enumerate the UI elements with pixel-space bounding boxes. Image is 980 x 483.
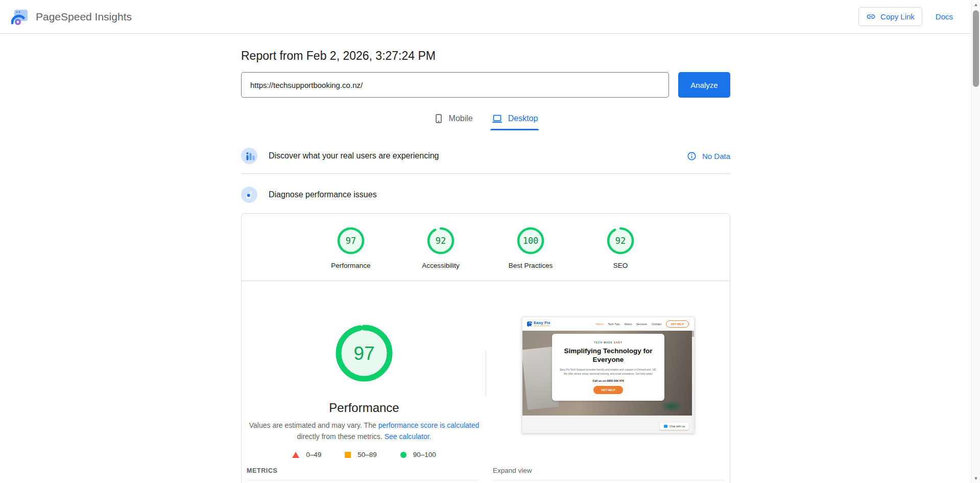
disclaimer-text: directly from these metrics. — [297, 432, 385, 441]
final-screenshot-panel: Easy Fix TECH SUPPORT Home Tech Tips Abo… — [487, 281, 730, 458]
tab-mobile-label: Mobile — [449, 114, 473, 123]
legend-average: 50–89 — [345, 451, 377, 458]
site-get-help-button: GET HELP — [593, 386, 623, 394]
tab-desktop[interactable]: Desktop — [491, 113, 538, 130]
real-users-icon — [241, 148, 257, 164]
site-nav-cta: GET HELP — [666, 320, 689, 328]
site-hero-card: TECH MADE EASY Simplifying Technology fo… — [552, 334, 664, 401]
final-screenshot-thumbnail[interactable]: Easy Fix TECH SUPPORT Home Tech Tips Abo… — [522, 317, 695, 433]
svg-text:100: 100 — [523, 236, 539, 246]
site-nav-item: Services — [636, 323, 647, 326]
score-label: Performance — [331, 262, 370, 269]
top-app-bar: PageSpeed Insights Copy Link Docs — [0, 0, 971, 34]
see-calculator-link[interactable]: See calculator. — [385, 432, 432, 441]
svg-text:92: 92 — [615, 236, 626, 246]
legend-range: 0–49 — [306, 451, 321, 458]
site-logo-text: Easy Fix — [534, 321, 550, 325]
site-chat-widget: Chat with us — [660, 423, 689, 430]
info-icon — [687, 151, 697, 161]
score-ring: 97 — [336, 226, 366, 256]
disclaimer-text: Values are estimated and may vary. The — [249, 421, 378, 429]
device-tabs: Mobile Desktop — [241, 113, 730, 130]
site-logo-icon — [527, 321, 532, 327]
site-logo: Easy Fix TECH SUPPORT — [527, 321, 550, 327]
legend-pass: 90–100 — [400, 451, 436, 458]
lab-data-section: Diagnose performance issues — [241, 187, 730, 203]
metrics-heading: METRICS — [247, 467, 277, 474]
performance-gauge-panel: 97 Performance Values are estimated and … — [242, 281, 487, 458]
scrollbar-up-arrow[interactable]: ▲ — [972, 1, 980, 9]
no-data-status[interactable]: No Data — [687, 151, 730, 161]
legend-range: 50–89 — [357, 451, 377, 458]
score-label: SEO — [613, 262, 628, 269]
field-data-section: Discover what your real users are experi… — [241, 148, 730, 164]
site-scrollbar — [692, 317, 694, 433]
site-heading: Simplifying Technology for Everyone — [559, 347, 657, 364]
score-calc-link[interactable]: performance score is calculated — [378, 421, 480, 429]
score-legend: 0–49 50–89 90–100 — [292, 451, 436, 458]
site-eyebrow: TECH MADE EASY — [559, 341, 657, 344]
no-data-label: No Data — [702, 152, 730, 160]
main-content: Report from Feb 2, 2026, 3:27:24 PM Anal… — [0, 49, 971, 483]
expand-view-button[interactable]: Expand view — [493, 467, 532, 474]
site-body-text: Easy Fix Tech Support provides friendly … — [559, 367, 657, 376]
link-icon — [866, 12, 876, 21]
scrollbar-down-arrow[interactable]: ▼ — [972, 474, 980, 482]
score-ring: 100 — [516, 226, 545, 256]
score-best-practices[interactable]: 100 Best Practices — [503, 226, 559, 269]
svg-text:97: 97 — [353, 343, 374, 364]
header-actions: Copy Link Docs — [858, 7, 953, 26]
site-nav: Home Tech Tips About Services Contact GE… — [596, 320, 689, 328]
url-input[interactable] — [241, 72, 669, 98]
site-logo-subtext: TECH SUPPORT — [534, 325, 550, 327]
average-square-icon — [345, 452, 351, 458]
score-seo[interactable]: 92 SEO — [592, 226, 649, 269]
field-data-title: Discover what your real users are experi… — [269, 151, 439, 160]
brand[interactable]: PageSpeed Insights — [11, 9, 132, 25]
url-form: Analyze — [241, 72, 730, 98]
site-nav-item: Home — [596, 323, 604, 326]
chat-bubble-icon — [664, 425, 667, 428]
tab-mobile[interactable]: Mobile — [434, 113, 473, 130]
lab-data-title: Diagnose performance issues — [269, 190, 377, 199]
site-phone-text: Call us on 0800 000 476 — [559, 379, 657, 382]
score-disclaimer: Values are estimated and may vary. The p… — [242, 420, 487, 442]
column-divider — [486, 351, 486, 396]
site-nav-item: About — [625, 323, 632, 326]
pagespeed-logo-icon — [11, 9, 30, 25]
analyze-button[interactable]: Analyze — [678, 72, 730, 98]
report-title: Report from Feb 2, 2026, 3:27:24 PM — [241, 49, 730, 63]
svg-text:92: 92 — [436, 236, 446, 246]
score-ring: 92 — [606, 226, 635, 256]
desktop-icon — [491, 113, 503, 124]
page-scrollbar[interactable]: ▲ ▼ — [971, 0, 980, 483]
docs-link[interactable]: Docs — [936, 12, 953, 21]
score-label: Accessibility — [422, 262, 460, 269]
site-nav-item: Tech Tips — [608, 323, 619, 326]
gauge-label: Performance — [329, 401, 399, 415]
pass-circle-icon — [400, 452, 407, 458]
lighthouse-report-card: 97 Performance 92 Accessibility — [241, 213, 730, 483]
score-ring: 92 — [426, 226, 456, 256]
category-scores: 97 Performance 92 Accessibility — [242, 226, 730, 269]
copy-link-label: Copy Link — [880, 12, 915, 21]
site-topbar: Easy Fix TECH SUPPORT Home Tech Tips Abo… — [522, 317, 694, 331]
app-title: PageSpeed Insights — [36, 11, 132, 23]
legend-range: 90–100 — [413, 451, 436, 458]
performance-gauge: 97 — [335, 324, 393, 382]
section-divider — [241, 173, 730, 174]
mobile-icon — [434, 113, 444, 124]
diagnose-icon — [241, 187, 257, 203]
score-performance[interactable]: 97 Performance — [323, 226, 379, 269]
copy-link-button[interactable]: Copy Link — [858, 7, 922, 26]
svg-text:97: 97 — [346, 236, 356, 246]
tab-desktop-label: Desktop — [508, 114, 538, 123]
fail-triangle-icon — [292, 452, 299, 458]
score-label: Best Practices — [509, 262, 553, 269]
scrollbar-thumb[interactable] — [973, 10, 979, 87]
site-nav-item: Contact — [652, 323, 661, 326]
legend-fail: 0–49 — [292, 451, 321, 458]
chat-label: Chat with us — [670, 425, 685, 428]
score-accessibility[interactable]: 92 Accessibility — [413, 226, 469, 269]
